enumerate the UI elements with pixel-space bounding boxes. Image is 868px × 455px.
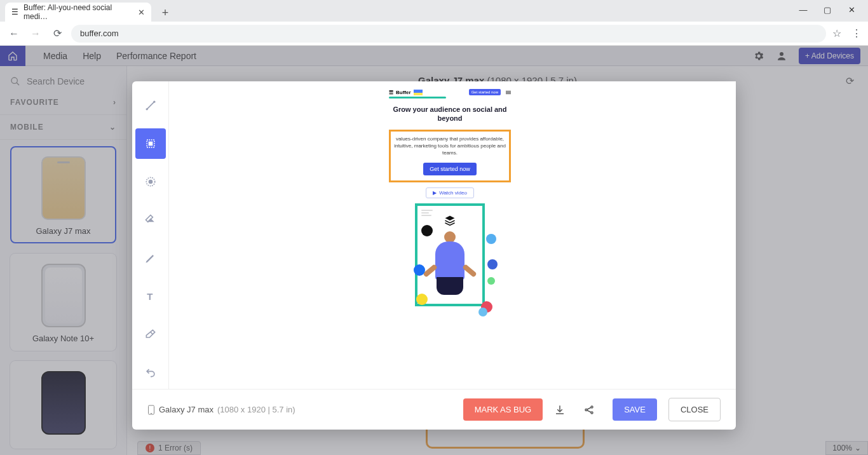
illustration-lines bbox=[421, 210, 433, 216]
social-dot-icon bbox=[478, 308, 487, 316]
new-tab-button[interactable]: + bbox=[156, 4, 174, 22]
social-dot-icon bbox=[416, 294, 428, 305]
svg-point-13 bbox=[585, 409, 587, 411]
address-bar: ← → ⟳ buffer.com ☆ ⋮ bbox=[0, 22, 868, 46]
brand-text: Buffer bbox=[396, 90, 411, 95]
svg-line-16 bbox=[587, 407, 591, 409]
window-maximize-icon[interactable]: ▢ bbox=[821, 5, 834, 15]
device-icon bbox=[147, 405, 155, 415]
device-preview: ☰ Buffer Get started now Grow your audie… bbox=[389, 86, 511, 306]
svg-line-3 bbox=[147, 102, 154, 109]
tab-title: Buffer: All-you-need social medi… bbox=[24, 3, 133, 21]
browser-tab[interactable]: ☰ Buffer: All-you-need social medi… ✕ bbox=[5, 3, 151, 22]
preview-headline: Grow your audience on social and beyond bbox=[389, 102, 511, 126]
tool-pen[interactable] bbox=[135, 243, 166, 273]
browser-tab-strip: ☰ Buffer: All-you-need social medi… ✕ + … bbox=[0, 0, 868, 22]
svg-rect-7 bbox=[148, 142, 153, 146]
browser-menu-icon[interactable]: ⋮ bbox=[851, 27, 862, 39]
svg-line-17 bbox=[587, 410, 591, 412]
header-cta: Get started now bbox=[469, 89, 501, 95]
footer-device-label: Galaxy J7 max (1080 x 1920 | 5.7 in) bbox=[147, 405, 295, 415]
svg-point-5 bbox=[153, 101, 155, 103]
tool-circle[interactable] bbox=[135, 166, 166, 197]
save-button[interactable]: SAVE bbox=[613, 398, 657, 421]
annotation-rectangle-teal bbox=[415, 203, 485, 306]
tool-fill[interactable] bbox=[135, 205, 166, 235]
tab-favicon: ☰ bbox=[11, 8, 18, 17]
tool-eraser[interactable] bbox=[135, 319, 166, 350]
tool-undo[interactable] bbox=[135, 357, 166, 388]
social-icon bbox=[487, 259, 498, 269]
tiktok-icon bbox=[421, 225, 433, 236]
window-close-icon[interactable]: ✕ bbox=[845, 5, 858, 15]
nav-forward-icon: → bbox=[28, 26, 43, 41]
bookmark-star-icon[interactable]: ☆ bbox=[832, 27, 841, 39]
svg-rect-11 bbox=[149, 405, 154, 414]
svg-point-15 bbox=[591, 412, 593, 414]
twitter-icon bbox=[486, 234, 496, 244]
annotation-rectangle-orange: values-driven company that provides affo… bbox=[389, 130, 511, 183]
illustration-person bbox=[435, 231, 465, 295]
buffer-logo-icon: ☰ bbox=[389, 90, 393, 95]
nav-back-icon[interactable]: ← bbox=[6, 26, 22, 41]
mark-as-bug-button[interactable]: MARK AS BUG bbox=[463, 398, 543, 421]
preview-subtext: values-driven company that provides affo… bbox=[393, 135, 506, 157]
svg-point-14 bbox=[591, 406, 593, 408]
tool-line[interactable] bbox=[135, 90, 166, 121]
svg-point-4 bbox=[146, 108, 147, 110]
hamburger-icon bbox=[506, 91, 511, 94]
annotation-toolbox: T bbox=[132, 81, 169, 389]
annotation-underline bbox=[389, 97, 446, 98]
modal-footer: Galaxy J7 max (1080 x 1920 | 5.7 in) MAR… bbox=[132, 389, 736, 430]
screenshot-canvas[interactable]: ☰ Buffer Get started now Grow your audie… bbox=[169, 81, 736, 389]
tool-text[interactable]: T bbox=[135, 281, 166, 311]
window-minimize-icon[interactable]: — bbox=[797, 5, 810, 15]
url-text: buffer.com bbox=[80, 29, 118, 38]
buffer-stack-icon bbox=[444, 215, 456, 226]
tab-close-icon[interactable]: ✕ bbox=[138, 8, 145, 17]
preview-main-cta: Get started now bbox=[423, 163, 477, 175]
play-icon: ▶ bbox=[433, 190, 437, 196]
share-icon[interactable] bbox=[583, 404, 601, 416]
close-button[interactable]: CLOSE bbox=[668, 398, 721, 421]
ukraine-flag-icon bbox=[414, 90, 423, 95]
url-input[interactable]: buffer.com bbox=[71, 25, 826, 43]
screenshot-editor-modal: T ☰ Buffer Get started now Grow your aud… bbox=[132, 81, 736, 430]
svg-point-9 bbox=[148, 180, 153, 184]
social-dot-icon bbox=[487, 277, 495, 285]
svg-text:T: T bbox=[147, 291, 153, 302]
tool-rectangle[interactable] bbox=[135, 128, 166, 159]
nav-reload-icon[interactable]: ⟳ bbox=[50, 26, 65, 41]
download-icon[interactable] bbox=[554, 404, 572, 416]
watch-video-button: ▶ Watch video bbox=[426, 187, 474, 198]
